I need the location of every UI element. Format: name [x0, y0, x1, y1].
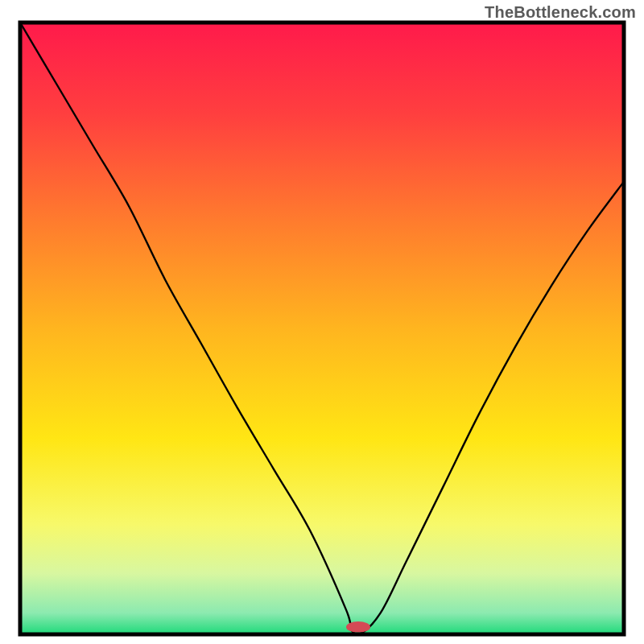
chart-container: TheBottleneck.com: [0, 0, 644, 644]
watermark-text: TheBottleneck.com: [485, 3, 636, 22]
plot-background-gradient: [20, 23, 624, 634]
optimal-point-marker: [346, 621, 370, 633]
bottleneck-chart: [0, 0, 644, 644]
